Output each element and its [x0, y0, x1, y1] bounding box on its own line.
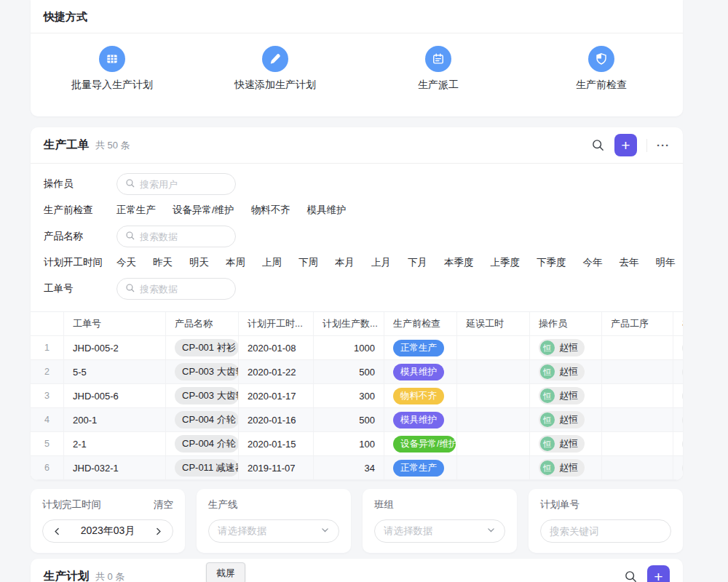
filter-option[interactable]: 模具维护	[307, 204, 347, 217]
filter-label: 计划开工时间	[44, 256, 116, 269]
cell-operator: 恒赵恒	[530, 336, 602, 360]
cell-order-no: 2-1	[64, 432, 166, 456]
shortcut-item-1[interactable]: 批量导入生产计划	[31, 46, 194, 92]
shortcut-item-4[interactable]: 生产前检查	[520, 46, 683, 92]
filter-search-input[interactable]	[116, 278, 236, 300]
production-plan-header: 生产计划 共 0 条 +	[31, 559, 683, 582]
column-header[interactable]: 机台	[673, 312, 683, 336]
select-dropdown[interactable]: 请选择数据	[374, 519, 505, 543]
table-row[interactable]: 25-5CP-003 大齿轮2020-01-22500模具维护恒赵恒	[31, 360, 683, 384]
cell-product: CP-004 介轮	[166, 432, 239, 456]
cell-quantity: 34	[314, 456, 384, 480]
filter-option[interactable]: 下月	[408, 256, 427, 269]
table-row[interactable]: 1JHD-005-2CP-001 衬衫2020-01-081000正常生产恒赵恒	[31, 336, 683, 360]
cell-delay-hours	[457, 336, 530, 360]
filter-label: 工单号	[44, 282, 116, 295]
status-badge: 设备异常/维护	[393, 436, 456, 453]
filter-card-select: 生产线请选择数据	[197, 489, 351, 553]
filter-option[interactable]: 明天	[189, 256, 209, 269]
column-header[interactable]: 计划生产数...	[314, 312, 384, 336]
table-row[interactable]: 4200-1CP-004 介轮2020-01-16500模具维护恒赵恒	[31, 408, 683, 432]
shortcut-item-2[interactable]: 快速添加生产计划	[194, 46, 357, 92]
cell-check-status: 正常生产	[384, 456, 457, 480]
filter-option[interactable]: 正常生产	[116, 204, 156, 217]
filter-option[interactable]: 昨天	[153, 256, 173, 269]
filter-search-field[interactable]	[140, 179, 227, 190]
keyword-input[interactable]	[540, 519, 671, 543]
filter-option[interactable]: 明年	[656, 256, 676, 269]
screenshot-button[interactable]: 截屏	[206, 562, 245, 582]
column-header[interactable]: 操作员	[530, 312, 602, 336]
cell-start-date: 2020-01-15	[239, 432, 314, 456]
shortcuts-list: 批量导入生产计划快速添加生产计划生产派工生产前检查	[31, 33, 683, 92]
filter-search-input[interactable]	[116, 173, 236, 195]
work-orders-count: 共 50 条	[95, 139, 130, 152]
search-icon[interactable]	[591, 138, 605, 152]
cell-product: CP-011 减速器	[166, 456, 239, 480]
filter-option[interactable]: 下季度	[537, 256, 566, 269]
clear-filter-link[interactable]: 清空	[154, 498, 173, 511]
production-plan-title: 生产计划	[44, 569, 89, 582]
column-header[interactable]: 工单号	[64, 312, 166, 336]
column-header[interactable]: 产品名称	[166, 312, 239, 336]
filter-option[interactable]: 上周	[262, 256, 282, 269]
next-month-button[interactable]	[154, 527, 163, 536]
table-row[interactable]: 3JHD-005-6CP-003 大齿轮2020-01-17300物料不齐恒赵恒	[31, 384, 683, 408]
column-header[interactable]: 生产前检查	[384, 312, 457, 336]
filter-option[interactable]: 设备异常/维护	[173, 204, 234, 217]
filter-card-header: 生产线	[208, 498, 339, 511]
cell-start-date: 2020-01-08	[239, 336, 314, 360]
add-record-button[interactable]: +	[614, 134, 637, 156]
search-icon[interactable]	[624, 570, 638, 582]
row-number: 1	[44, 343, 50, 353]
cell-process	[602, 408, 673, 432]
bottom-filter-cards: 计划完工时间清空2023年03月生产线请选择数据班组请选择数据计划单号	[31, 489, 683, 553]
filter-option[interactable]: 下周	[298, 256, 318, 269]
select-dropdown[interactable]: 请选择数据	[208, 519, 339, 543]
filter-option[interactable]: 本周	[226, 256, 245, 269]
column-header[interactable]: 产品工序	[602, 312, 673, 336]
select-placeholder: 请选择数据	[384, 525, 433, 538]
product-tag: CP-011 减速器	[175, 459, 239, 477]
add-record-button[interactable]: +	[647, 565, 670, 582]
filter-option[interactable]: 物料不齐	[251, 204, 290, 217]
pencil-icon	[262, 46, 288, 72]
filter-search-input[interactable]	[116, 226, 236, 247]
cell-delay-hours	[457, 456, 530, 480]
grid-icon	[99, 46, 125, 72]
filter-card-label: 计划完工时间	[42, 498, 101, 511]
filter-option[interactable]: 上月	[371, 256, 391, 269]
status-badge: 正常生产	[393, 340, 444, 356]
filter-option[interactable]: 上季度	[491, 256, 521, 269]
filter-card-header: 计划完工时间清空	[42, 498, 173, 511]
clipped-tag	[682, 436, 683, 452]
shortcut-item-3[interactable]: 生产派工	[357, 46, 520, 92]
cell-delay-hours	[457, 384, 530, 408]
table-row[interactable]: 52-1CP-004 介轮2020-01-15100设备异常/维护恒赵恒	[31, 432, 683, 456]
filter-search-field[interactable]	[140, 231, 227, 242]
filter-option[interactable]: 今天	[116, 256, 136, 269]
filter-option[interactable]: 去年	[620, 256, 639, 269]
cell-quantity: 100	[314, 432, 384, 456]
table-header-row: 工单号产品名称计划开工时...计划生产数...生产前检查延误工时操作员产品工序机…	[31, 312, 683, 336]
filter-option[interactable]: 今年	[583, 256, 603, 269]
table-row[interactable]: 6JHD-032-1CP-011 减速器2019-11-0734正常生产恒赵恒	[31, 456, 683, 480]
operator-name: 赵恒	[559, 437, 578, 450]
keyword-field[interactable]	[550, 526, 662, 537]
column-header[interactable]: 计划开工时...	[239, 312, 314, 336]
column-header[interactable]	[31, 312, 64, 336]
column-header[interactable]: 延误工时	[457, 312, 530, 336]
filter-option[interactable]: 本月	[335, 256, 355, 269]
row-number-cell: 3	[31, 384, 64, 408]
chevron-down-icon	[320, 525, 330, 537]
status-badge: 模具维护	[393, 412, 444, 428]
filter-search-field[interactable]	[140, 284, 227, 295]
more-menu-icon[interactable]: ···	[657, 139, 670, 151]
product-tag: CP-004 介轮	[175, 435, 239, 453]
prev-month-button[interactable]	[52, 527, 62, 536]
cell-order-no: 5-5	[64, 360, 166, 384]
work-orders-header: 生产工单 共 50 条 + ···	[31, 127, 683, 164]
filter-panel: 操作员生产前检查正常生产设备异常/维护物料不齐模具维护产品名称计划开工时间今天昨…	[31, 164, 683, 311]
work-orders-title: 生产工单	[44, 137, 89, 153]
filter-option[interactable]: 本季度	[444, 256, 474, 269]
